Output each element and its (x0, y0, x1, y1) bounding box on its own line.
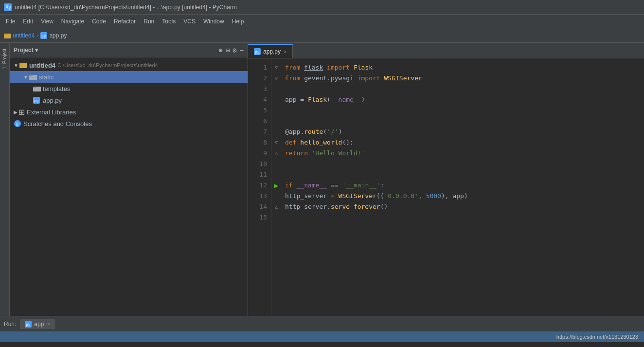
menu-refactor[interactable]: Refactor (110, 16, 140, 27)
extlibs-label: External Libraries (27, 109, 76, 116)
gutter-6 (271, 116, 281, 127)
svg-rect-11 (33, 87, 36, 88)
code-line-5 (285, 105, 644, 116)
main-layout: 1: Project Project ▾ ⊕ ⊟ ⚙ − ▼ untitled4… (0, 43, 644, 316)
collapse-icon[interactable]: ⊟ (226, 46, 230, 54)
gutter-11 (271, 169, 281, 180)
tab-close-btn[interactable]: × (284, 49, 286, 55)
run-tab-close-btn[interactable]: × (47, 321, 50, 327)
gutter-1: ▽ (271, 62, 281, 73)
scratches-icon: s (14, 120, 21, 128)
fold-icon-8[interactable]: ▽ (275, 137, 278, 148)
tree-extlibs[interactable]: ▶ ⊞ External Libraries (10, 106, 248, 118)
sync-icon[interactable]: ⊕ (218, 46, 222, 54)
gutter-13 (271, 191, 281, 201)
tree-templates[interactable]: templates (10, 83, 248, 94)
gutter-10 (271, 159, 281, 169)
code-line-1: from flask import Flask (285, 62, 644, 73)
title-bar: Py untitled4 [C:\Users\xd_du\PycharmProj… (0, 0, 644, 15)
extlibs-icon: ⊞ (18, 108, 25, 117)
vertical-tab: 1: Project (0, 43, 10, 316)
menu-file[interactable]: File (2, 16, 19, 27)
line-numbers: 1 2 3 4 5 6 7 8 9 10 11 12 13 14 15 (248, 58, 271, 316)
svg-rect-7 (19, 63, 23, 65)
menu-run[interactable]: Run (140, 16, 158, 27)
tab-apppy[interactable]: py app.py × (248, 44, 293, 58)
menu-bar: File Edit View Navigate Code Refactor Ru… (0, 15, 644, 28)
project-panel: Project ▾ ⊕ ⊟ ⚙ − ▼ untitled4 C:\Users\x… (10, 43, 248, 316)
code-editor: 1 2 3 4 5 6 7 8 9 10 11 12 13 14 15 ▽ ▽ (248, 58, 644, 316)
code-line-9: return 'Hello World!' (285, 148, 644, 159)
run-label: Run: (4, 321, 16, 328)
hide-panel-icon[interactable]: − (240, 46, 244, 54)
code-line-7: @app.route('/') (285, 127, 644, 137)
editor-tabs: py app.py × (248, 43, 644, 58)
gutter-12: ▶ (271, 180, 281, 191)
menu-code[interactable]: Code (88, 16, 110, 27)
static-label: static (39, 73, 54, 81)
py-file-icon: py (40, 32, 47, 39)
breadcrumb-file[interactable]: app.py (49, 32, 67, 39)
fold-icon-2[interactable]: ▽ (275, 73, 278, 84)
status-bar: https://blog.csdn.net/x1131230123 (0, 331, 644, 342)
gutter-9: △ (271, 148, 281, 159)
breadcrumb-sep: › (36, 32, 38, 39)
editor-area: py app.py × 1 2 3 4 5 6 7 8 9 10 11 12 (248, 43, 644, 316)
gutter-7 (271, 127, 281, 137)
svg-text:py: py (255, 50, 260, 55)
templates-label: templates (43, 85, 70, 92)
breadcrumb: untitled4 › py app.py (4, 32, 67, 39)
breadcrumb-bar: untitled4 › py app.py (0, 28, 644, 43)
gutter-8: ▽ (271, 137, 281, 148)
run-tab-label: app (34, 321, 44, 328)
run-tab-app[interactable]: py app × (20, 319, 55, 329)
project-panel-title: Project ▾ (14, 47, 38, 54)
svg-text:py: py (34, 99, 39, 103)
run-tab-icon: py (25, 321, 32, 328)
code-line-3 (285, 84, 644, 94)
code-line-14: http_server.serve_forever() (285, 201, 644, 212)
fold-icon-9[interactable]: △ (275, 148, 278, 159)
project-tree: ▼ untitled4 C:\Users\xd_du\PycharmProjec… (10, 57, 248, 316)
fold-icon-14[interactable]: △ (275, 201, 278, 212)
tree-static[interactable]: ▼ static (10, 71, 248, 83)
project-vertical-tab[interactable]: 1: Project (1, 45, 8, 73)
run-icon-12[interactable]: ▶ (274, 180, 278, 191)
code-line-13: http_server = WSGIServer(('0.0.0.0', 500… (285, 191, 644, 201)
project-header-icons: ⊕ ⊟ ⚙ − (218, 46, 244, 54)
gutter-4 (271, 94, 281, 105)
menu-edit[interactable]: Edit (19, 16, 37, 27)
menu-navigate[interactable]: Navigate (57, 16, 88, 27)
status-url[interactable]: https://blog.csdn.net/x1131230123 (556, 334, 638, 340)
code-line-12: if __name__ == '__main__': (285, 180, 644, 191)
folder-icon (4, 32, 11, 39)
menu-help[interactable]: Help (228, 16, 248, 27)
code-content[interactable]: from flask import Flask from gevent.pyws… (281, 58, 644, 316)
svg-rect-9 (29, 75, 33, 76)
menu-tools[interactable]: Tools (158, 16, 179, 27)
svg-text:py: py (26, 323, 31, 327)
menu-vcs[interactable]: VCS (179, 16, 199, 27)
breadcrumb-root[interactable]: untitled4 (13, 32, 35, 39)
run-bar: Run: py app × (0, 316, 644, 331)
svg-text:py: py (41, 34, 46, 38)
project-panel-header: Project ▾ ⊕ ⊟ ⚙ − (10, 43, 248, 57)
tree-scratches[interactable]: s Scratches and Consoles (10, 118, 248, 129)
code-line-15 (285, 212, 644, 223)
settings-icon[interactable]: ⚙ (233, 46, 236, 54)
window-title: untitled4 [C:\Users\xd_du\PycharmProject… (15, 4, 237, 11)
menu-window[interactable]: Window (199, 16, 228, 27)
code-line-11 (285, 169, 644, 180)
apppy-icon: py (33, 97, 41, 104)
fold-icon-1[interactable]: ▽ (275, 62, 278, 73)
tab-file-icon: py (254, 48, 261, 55)
app-icon: Py (4, 3, 12, 11)
code-line-8: def hello_world(): (285, 137, 644, 148)
tree-apppy[interactable]: py app.py (10, 94, 248, 106)
root-folder-icon (19, 62, 27, 69)
gutter: ▽ ▽ ▽ △ ▶ △ (271, 58, 281, 316)
root-label: untitled4 (29, 62, 55, 69)
svg-text:s: s (16, 121, 18, 127)
tree-root[interactable]: ▼ untitled4 C:\Users\xd_du\PycharmProjec… (10, 59, 248, 71)
menu-view[interactable]: View (37, 16, 57, 27)
